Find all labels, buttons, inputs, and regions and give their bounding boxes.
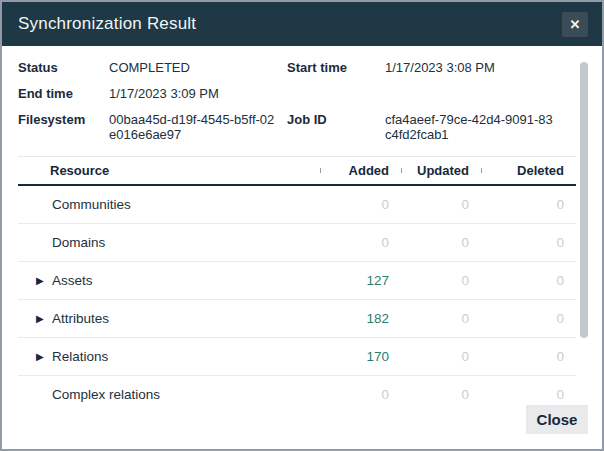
dialog-header: Synchronization Result ✕ — [2, 2, 602, 46]
dialog-title: Synchronization Result — [18, 14, 196, 34]
filesystem-label: Filesystem — [18, 112, 109, 142]
resource-cell: ▶ Relations — [18, 349, 320, 364]
updated-count: 0 — [401, 311, 481, 326]
resource-cell: ▶ Complex relations — [18, 387, 320, 402]
deleted-count: 0 — [481, 349, 576, 364]
table-row: ▶ Attributes 182 0 0 — [18, 300, 576, 338]
deleted-count: 0 — [481, 311, 576, 326]
resource-table-body: ▶ Communities 0 0 0 ▶ Domains 0 0 0 ▶ As… — [18, 186, 576, 409]
dialog-body: Status COMPLETED Start time 1/17/2023 3:… — [2, 46, 602, 409]
added-count: 0 — [320, 387, 401, 402]
table-row: ▶ Communities 0 0 0 — [18, 186, 576, 224]
resource-cell: ▶ Attributes — [18, 311, 320, 326]
deleted-count: 0 — [481, 387, 576, 402]
resource-name: Complex relations — [52, 387, 160, 402]
added-count: 127 — [320, 273, 401, 288]
resource-name: Relations — [52, 349, 108, 364]
sync-info-section: Status COMPLETED Start time 1/17/2023 3:… — [18, 46, 576, 142]
resource-name: Attributes — [52, 311, 109, 326]
resource-name: Domains — [52, 235, 105, 250]
job-id-value: cfa4aeef-79ce-42d4-9091-83c4fd2fcab1 — [385, 112, 565, 142]
deleted-count: 0 — [481, 273, 576, 288]
close-icon[interactable]: ✕ — [562, 12, 588, 37]
status-label: Status — [18, 60, 109, 75]
column-header-added: Added — [320, 163, 401, 178]
resource-table-header: Resource Added Updated Deleted — [18, 156, 576, 186]
column-header-deleted: Deleted — [481, 163, 576, 178]
resource-cell: ▶ Domains — [18, 235, 320, 250]
column-header-updated: Updated — [401, 163, 481, 178]
start-time-value: 1/17/2023 3:08 PM — [385, 60, 565, 75]
table-row: ▶ Assets 127 0 0 — [18, 262, 576, 300]
updated-count: 0 — [401, 197, 481, 212]
deleted-count: 0 — [481, 197, 576, 212]
added-count: 0 — [320, 235, 401, 250]
resource-name: Communities — [52, 197, 131, 212]
expand-arrow-icon[interactable]: ▶ — [36, 351, 52, 362]
table-row: ▶ Relations 170 0 0 — [18, 338, 576, 376]
end-time-value: 1/17/2023 3:09 PM — [109, 86, 287, 101]
deleted-count: 0 — [481, 235, 576, 250]
resource-cell: ▶ Communities — [18, 197, 320, 212]
close-button[interactable]: Close — [526, 405, 588, 434]
resource-table: Resource Added Updated Deleted ▶ Communi… — [18, 156, 576, 409]
start-time-label: Start time — [287, 60, 385, 75]
added-count: 170 — [320, 349, 401, 364]
expand-arrow-icon[interactable]: ▶ — [36, 275, 52, 286]
table-row: ▶ Domains 0 0 0 — [18, 224, 576, 262]
job-id-label: Job ID — [287, 112, 385, 142]
status-value: COMPLETED — [109, 60, 287, 75]
vertical-scrollbar[interactable] — [580, 62, 588, 338]
resource-cell: ▶ Assets — [18, 273, 320, 288]
updated-count: 0 — [401, 273, 481, 288]
expand-arrow-icon[interactable]: ▶ — [36, 313, 52, 324]
updated-count: 0 — [401, 349, 481, 364]
synchronization-result-dialog: Synchronization Result ✕ Status COMPLETE… — [0, 0, 604, 451]
resource-name: Assets — [52, 273, 93, 288]
end-time-label: End time — [18, 86, 109, 101]
added-count: 0 — [320, 197, 401, 212]
column-header-resource: Resource — [18, 163, 320, 178]
table-row: ▶ Complex relations 0 0 0 — [18, 376, 576, 409]
updated-count: 0 — [401, 387, 481, 402]
updated-count: 0 — [401, 235, 481, 250]
added-count: 182 — [320, 311, 401, 326]
filesystem-value: 00baa45d-d19f-4545-b5ff-02e016e6ae97 — [109, 112, 287, 142]
